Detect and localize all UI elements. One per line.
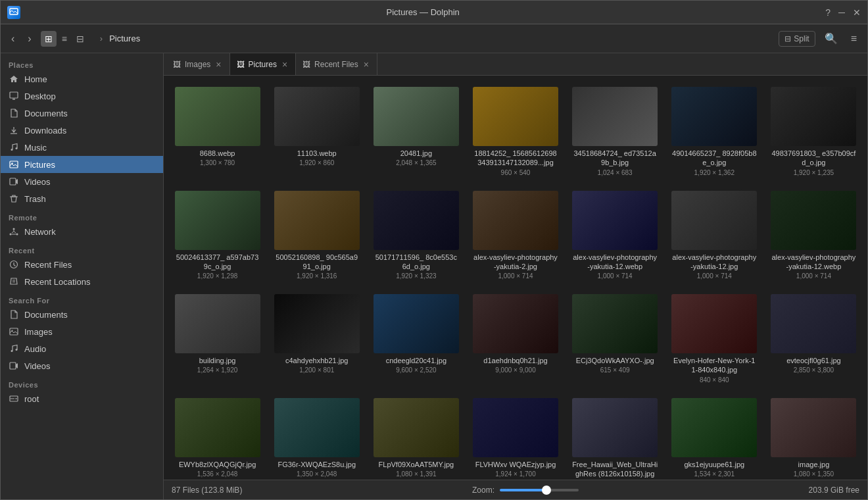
main-area: Places Home Desktop [1,53,867,499]
tab-pictures[interactable]: 🖼 Pictures × [230,53,297,75]
file-item[interactable]: 8688.webp1,300 × 780 [170,82,264,181]
view-compact-button[interactable]: ≡ [58,31,71,47]
file-item[interactable]: image.jpg1,080 × 1,350 [767,393,861,480]
file-size: 9,600 × 2,520 [396,366,436,374]
downloads-icon [9,125,19,136]
zoom-slider[interactable] [500,489,579,491]
tab-images-close[interactable]: × [214,59,222,70]
file-item[interactable]: c4ahdyehxhb21.jpg1,200 × 801 [270,289,364,388]
file-name: FLVHWxv WQAEzjyp.jpg [475,460,556,469]
menu-button[interactable]: ≡ [847,30,861,47]
sidebar-item-trash-label: Trash [24,194,46,204]
file-item[interactable]: cndeegld20c41.jpg9,600 × 2,520 [369,289,463,388]
file-item[interactable]: alex-vasyliev-photography-yakutia-12.jpg… [667,186,761,285]
file-item[interactable]: 34518684724_ ed73512a9b_b.jpg1,024 × 683 [568,82,662,181]
file-item[interactable]: evteocjfl0g61.jpg2,850 × 3,800 [767,289,861,388]
sidebar-searchfor-title: Search For [1,293,163,306]
sidebar-item-downloads[interactable]: Downloads [1,122,163,139]
file-item[interactable]: alex-vasyliev-photography-yakutia-2.jpg1… [468,186,562,285]
file-item[interactable]: 50052160898_ 90c565a991_o.jpg1,920 × 1,3… [270,186,364,285]
sidebar-searchfor-section: Search For Documents Images [1,293,163,374]
sidebar-item-music-label: Music [24,143,47,153]
toolbar: ‹ › ⊞ ≡ ⊟ › Pictures ⊟ Split 🔍 ≡ [1,24,867,53]
file-grid: 8688.webp1,300 × 78011103.webp1,920 × 86… [164,76,867,480]
file-name: 50024613377_ a597ab739c_o.jpg [175,253,260,272]
file-name: d1aehdnbq0h21.jpg [483,356,547,365]
file-item[interactable]: 49837691803_ e357b09cfd_o.jpg1,920 × 1,2… [767,82,861,181]
sidebar-item-recent-files[interactable]: Recent Files [1,256,163,273]
forward-button[interactable]: › [24,30,35,47]
file-item[interactable]: ECj3QdoWkAAYXO-.jpg615 × 409 [568,289,662,388]
file-item[interactable]: 11103.webp1,920 × 860 [270,82,364,181]
sidebar-item-desktop-label: Desktop [24,91,56,101]
file-item[interactable]: building.jpg1,264 × 1,920 [170,289,264,388]
trash-icon [9,193,19,204]
sidebar-item-root[interactable]: root [1,390,163,407]
file-thumbnail [771,87,856,146]
sidebar-remote-section: Remote Network [1,210,163,240]
sidebar-item-documents[interactable]: Documents [1,105,163,122]
file-name: gks1ejyuupe61.jpg [684,460,744,469]
file-item[interactable]: gks1ejyuupe61.jpg1,534 × 2,301 [667,393,761,480]
file-item[interactable]: alex-vasyliev-photography-yakutia-12.web… [568,186,662,285]
search-audio-icon [9,343,19,354]
file-size: 1,000 × 714 [598,272,633,280]
sidebar-item-trash[interactable]: Trash [1,190,163,207]
window-controls: ? ─ ✕ [825,7,861,18]
tab-recent-files-close[interactable]: × [362,59,370,70]
sidebar-item-search-documents[interactable]: Documents [1,306,163,323]
documents-icon [9,108,19,118]
file-item[interactable]: 50024613377_ a597ab739c_o.jpg1,920 × 1,2… [170,186,264,285]
tab-pictures-close[interactable]: × [281,59,289,70]
content-area: 🖼 Images × 🖼 Pictures × 🖼 Recent Files ×… [164,53,867,499]
minimize-button[interactable]: ─ [838,7,845,18]
statusbar: 87 Files (123.8 MiB) Zoom: 203.9 GiB fre… [164,480,867,499]
sidebar-devices-section: Devices root [1,377,163,407]
tab-recent-files[interactable]: 🖼 Recent Files × [296,53,377,75]
sidebar-item-music[interactable]: Music [1,139,163,156]
file-thumbnail [671,191,757,250]
file-size: 1,080 × 1,350 [794,470,834,478]
file-thumbnail [771,191,856,250]
svg-point-9 [10,234,12,236]
file-item[interactable]: Evelyn-Hofer-New-York-11-840x840.jpg840 … [667,289,761,388]
sidebar-item-pictures[interactable]: Pictures [1,156,163,173]
file-item[interactable]: Free_Hawaii_Web_UltraHighRes (8126x10158… [568,393,662,480]
search-button[interactable]: 🔍 [821,30,842,47]
file-item[interactable]: FLpVf09XoAAT5MY.jpg1,080 × 1,391 [369,393,463,480]
sidebar-item-videos[interactable]: Videos [1,173,163,190]
view-tree-button[interactable]: ⊟ [72,31,88,47]
breadcrumb-current[interactable]: Pictures [105,32,144,45]
file-item[interactable]: alex-vasyliev-photography-yakutia-12.web… [767,186,861,285]
file-item[interactable]: 50171711596_ 8c0e553c6d_o.jpg1,920 × 1,3… [369,186,463,285]
file-thumbnail [374,398,459,457]
sidebar-item-network[interactable]: Network [1,223,163,240]
sidebar-item-home[interactable]: Home [1,70,163,88]
file-size: 1,534 × 2,301 [694,470,735,478]
svg-point-15 [16,349,18,351]
sidebar-item-desktop[interactable]: Desktop [1,88,163,105]
close-button[interactable]: ✕ [853,7,861,18]
file-name: 49837691803_ e357b09cfd_o.jpg [771,149,856,168]
sidebar-item-search-images[interactable]: Images [1,323,163,340]
file-thumbnail [473,398,558,457]
file-item[interactable]: FG36r-XWQAEzS8u.jpg1,350 × 2,048 [270,393,364,480]
search-images-icon [9,326,19,337]
file-item[interactable]: 18814252_ 15685612698343913147132089...j… [468,82,562,181]
file-item[interactable]: EWYb8zlXQAQGjQr.jpg1,536 × 2,048 [170,393,264,480]
tab-images-label: Images [185,60,210,69]
split-button[interactable]: ⊟ Split [779,31,815,47]
tab-images[interactable]: 🖼 Images × [166,53,230,75]
pictures-icon [9,159,19,170]
help-button[interactable]: ? [825,7,831,18]
sidebar-item-search-videos[interactable]: Videos [1,357,163,374]
back-button[interactable]: ‹ [7,30,18,47]
file-item[interactable]: FLVHWxv WQAEzjyp.jpg1,924 × 1,700 [468,393,562,480]
view-icons-button[interactable]: ⊞ [41,31,57,47]
file-item[interactable]: 49014665237_ 8928f05b8e_o.jpg1,920 × 1,3… [667,82,761,181]
zoom-label: Zoom: [472,486,494,495]
sidebar-item-recent-locations[interactable]: Recent Locations [1,273,163,290]
sidebar-item-search-audio[interactable]: Audio [1,340,163,357]
file-item[interactable]: d1aehdnbq0h21.jpg9,000 × 9,000 [468,289,562,388]
file-item[interactable]: 20481.jpg2,048 × 1,365 [369,82,463,181]
